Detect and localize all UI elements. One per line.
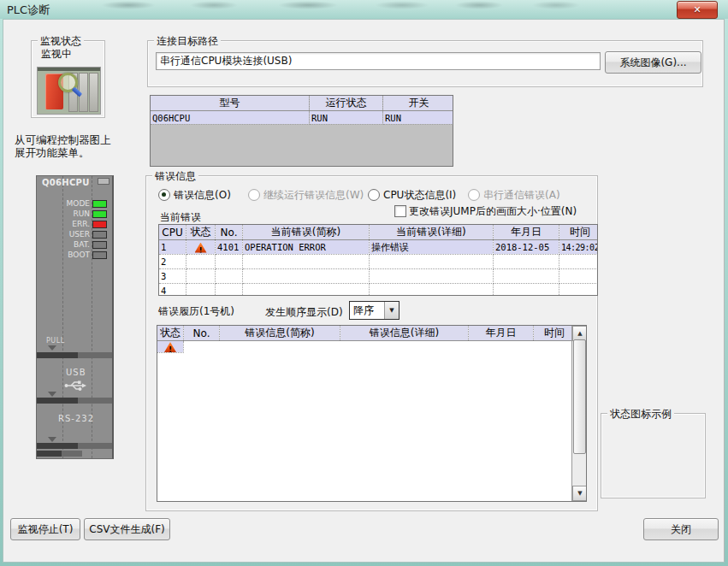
user-specified-warning-icon bbox=[195, 243, 207, 253]
column-header: 时间 bbox=[559, 225, 599, 240]
history-scrollbar[interactable]: ▲ ▼ bbox=[571, 326, 586, 501]
status-icon-legend-group: 状态图标示例 bbox=[601, 413, 706, 498]
cell-detail bbox=[370, 284, 494, 297]
table-row[interactable]: Q06HCPURUNRUN bbox=[151, 111, 453, 125]
column-header: 时间 bbox=[534, 326, 576, 341]
column-header: 错误信息(详细) bbox=[340, 326, 469, 341]
led-user-light bbox=[92, 231, 107, 239]
cell-time bbox=[559, 269, 599, 284]
radio-1[interactable]: 错误信息(O) bbox=[158, 189, 231, 201]
usb-label: USB bbox=[66, 368, 86, 377]
cpu-model-table[interactable]: 型号运行状态开关Q06HCPURUNRUN bbox=[150, 95, 453, 167]
cell-time bbox=[559, 284, 599, 297]
display-order-select[interactable]: 降序 ▼ bbox=[349, 301, 400, 320]
cell-no bbox=[216, 255, 243, 269]
led-boot-light bbox=[92, 251, 107, 259]
resize-after-jump-label: 更改错误JUMP后的画面大小·位置(N) bbox=[409, 204, 577, 219]
led-run-light bbox=[92, 210, 107, 218]
chevron-down-icon[interactable]: ▼ bbox=[384, 302, 399, 319]
monitoring-status-text: 监视中 bbox=[41, 47, 72, 62]
system-image-button[interactable]: 系统图像(G)... bbox=[605, 51, 701, 74]
cell-date bbox=[494, 284, 559, 297]
table-header-row: 型号运行状态开关 bbox=[151, 96, 453, 111]
display-order-label: 发生顺序显示(D) bbox=[265, 305, 343, 320]
column-header: 型号 bbox=[151, 96, 310, 111]
led-row: BAT. bbox=[37, 239, 107, 250]
cell-name bbox=[243, 269, 370, 284]
column-header: 状态 bbox=[186, 225, 216, 240]
led-row: USER bbox=[37, 229, 107, 239]
monitor-stop-button[interactable]: 监视停止(T) bbox=[10, 518, 80, 540]
radio-4[interactable]: 串行通信错误(A) bbox=[468, 189, 560, 201]
column-header: No. bbox=[184, 326, 220, 341]
cell-name bbox=[243, 284, 370, 297]
history-error-row[interactable] bbox=[157, 341, 576, 353]
column-header: CPU bbox=[159, 225, 186, 240]
current-error-row[interactable]: 3 bbox=[159, 269, 598, 284]
radio-2[interactable]: 继续运行错误信息(W) bbox=[248, 189, 364, 201]
cell-detail: 操作错误 bbox=[370, 240, 494, 255]
cell-date: 2018-12-05 bbox=[494, 240, 559, 255]
cell-date bbox=[494, 255, 559, 269]
cell-no bbox=[216, 284, 243, 297]
csv-generate-button[interactable]: CSV文件生成(F) bbox=[84, 518, 170, 540]
error-history-table[interactable]: 状态No.错误信息(简称)错误信息(详细)年月日时间 ▲ ▼ bbox=[157, 325, 587, 502]
radio-circle-icon bbox=[158, 189, 170, 201]
led-mode-light bbox=[92, 200, 107, 208]
close-button[interactable]: ✕ bbox=[677, 1, 718, 19]
error-info-group-label: 错误信息 bbox=[152, 169, 198, 184]
plc-photo[interactable] bbox=[37, 67, 101, 115]
plc-module-graphic[interactable]: Q06HCPU MODERUNERR.USERBAT.BOOT PULL USB… bbox=[36, 175, 114, 459]
radio-label: 串行通信错误(A) bbox=[483, 188, 560, 203]
plc-diagnostics-window: PLC诊断 ✕ 监视状态 监视中 从可编程控制器图上 展开功能菜单。 Q06HC… bbox=[0, 0, 728, 566]
cell: RUN bbox=[383, 111, 454, 125]
plc-led-list: MODERUNERR.USERBAT.BOOT bbox=[37, 198, 107, 260]
connection-path-field[interactable]: 串行通信CPU模块连接(USB) bbox=[156, 52, 601, 70]
cell-status bbox=[186, 269, 216, 284]
dialog-close-button[interactable]: 关闭 bbox=[643, 518, 719, 540]
table-header-row: CPU状态No.当前错误(简称)当前错误(详细)年月日时间 bbox=[159, 225, 598, 240]
rs232-label: RS-232 bbox=[58, 414, 94, 423]
current-error-row[interactable]: 2 bbox=[159, 255, 598, 269]
led-err-light bbox=[92, 221, 107, 228]
title-bar[interactable]: PLC诊断 bbox=[0, 0, 728, 19]
scrollbar-thumb[interactable] bbox=[573, 339, 586, 454]
cell-cpu: 2 bbox=[159, 255, 186, 269]
column-header: 状态 bbox=[157, 326, 184, 341]
cell-cpu: 4 bbox=[159, 284, 186, 297]
cell-cpu: 3 bbox=[159, 269, 186, 284]
cell: RUN bbox=[310, 111, 383, 125]
cell: Q06HCPU bbox=[151, 111, 310, 125]
pull-label: PULL bbox=[46, 337, 65, 345]
column-header: 当前错误(详细) bbox=[370, 225, 494, 240]
scroll-down-icon[interactable]: ▼ bbox=[572, 486, 587, 501]
current-error-row[interactable]: 14101OPERATION ERROR操作错误2018-12-0514:29:… bbox=[159, 240, 598, 255]
led-label: BAT. bbox=[74, 240, 90, 249]
radio-circle-icon bbox=[368, 189, 380, 201]
led-row: BOOT bbox=[37, 250, 107, 260]
led-row: ERR. bbox=[37, 219, 107, 229]
cell-status bbox=[157, 341, 184, 353]
radio-3[interactable]: CPU状态信息(I) bbox=[368, 189, 456, 201]
radio-circle-icon bbox=[468, 189, 480, 201]
column-header: No. bbox=[216, 225, 243, 240]
status-icon-legend-label: 状态图标示例 bbox=[607, 407, 674, 422]
cell-status bbox=[186, 255, 216, 269]
current-error-table[interactable]: CPU状态No.当前错误(简称)当前错误(详细)年月日时间14101OPERAT… bbox=[158, 224, 598, 296]
current-error-row[interactable]: 4 bbox=[159, 284, 598, 297]
column-header: 年月日 bbox=[469, 326, 534, 341]
user-specified-warning-icon bbox=[164, 342, 176, 352]
column-header: 错误信息(简称) bbox=[220, 326, 340, 341]
led-label: MODE bbox=[67, 199, 90, 208]
radio-label: 错误信息(O) bbox=[174, 188, 231, 203]
rs232-section-arrow-icon bbox=[48, 437, 56, 442]
resize-after-jump-checkbox[interactable] bbox=[394, 205, 406, 217]
led-bat-light bbox=[92, 241, 107, 249]
column-header: 当前错误(简称) bbox=[243, 225, 370, 240]
column-header: 年月日 bbox=[494, 225, 559, 240]
led-label: BOOT bbox=[68, 251, 90, 259]
plc-model-label: Q06HCPU bbox=[42, 178, 90, 187]
column-header: 开关 bbox=[383, 96, 454, 111]
cell-name: OPERATION ERROR bbox=[243, 240, 370, 255]
cell-cpu: 1 bbox=[159, 240, 186, 255]
